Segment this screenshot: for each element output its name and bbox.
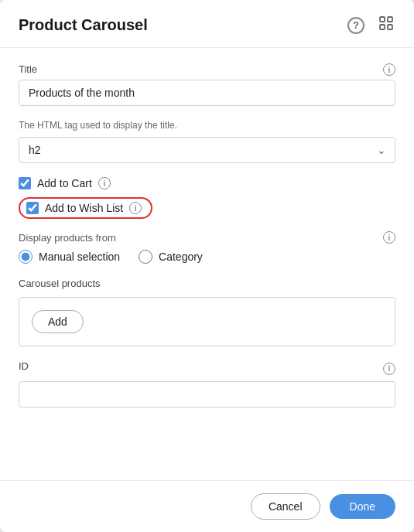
id-label: ID bbox=[19, 360, 29, 372]
html-tag-select[interactable]: h1 h2 h3 h4 h5 h6 p div bbox=[19, 137, 395, 163]
panel-body: Title i The HTML tag used to display the… bbox=[0, 48, 414, 480]
display-products-section: Display products from i Manual selection… bbox=[19, 231, 395, 264]
html-tag-helper: The HTML tag used to display the title. bbox=[19, 120, 395, 131]
category-row: Category bbox=[139, 250, 203, 264]
done-button[interactable]: Done bbox=[330, 494, 395, 519]
help-button[interactable]: ? bbox=[346, 15, 366, 36]
manual-selection-row: Manual selection bbox=[19, 250, 120, 264]
add-to-wish-list-checkbox[interactable] bbox=[26, 202, 39, 214]
id-field-section: ID i bbox=[19, 360, 395, 408]
add-to-wish-list-row: Add to Wish List i bbox=[19, 197, 395, 219]
cancel-button[interactable]: Cancel bbox=[251, 493, 320, 520]
panel-footer: Cancel Done bbox=[0, 480, 414, 532]
add-to-wish-list-label: Add to Wish List bbox=[45, 202, 123, 214]
wish-list-highlight: Add to Wish List i bbox=[19, 197, 152, 219]
header-icons: ? bbox=[346, 14, 395, 36]
product-carousel-panel: Product Carousel ? Title bbox=[0, 0, 414, 532]
title-info-icon: i bbox=[383, 63, 395, 76]
add-to-cart-info-icon: i bbox=[98, 177, 111, 189]
id-input[interactable] bbox=[19, 381, 395, 408]
carousel-products-section: Carousel products Add bbox=[19, 278, 395, 346]
manual-selection-label: Manual selection bbox=[39, 251, 120, 263]
panel-header: Product Carousel ? bbox=[0, 0, 414, 48]
title-label: Title bbox=[19, 63, 37, 75]
manual-selection-radio[interactable] bbox=[19, 250, 33, 264]
add-button[interactable]: Add bbox=[32, 310, 84, 333]
display-products-label: Display products from bbox=[19, 232, 116, 244]
add-to-cart-row: Add to Cart i bbox=[19, 177, 395, 189]
svg-rect-2 bbox=[380, 25, 385, 29]
svg-rect-0 bbox=[380, 17, 385, 22]
display-products-info-icon: i bbox=[383, 231, 395, 244]
add-to-cart-label: Add to Cart bbox=[37, 177, 92, 189]
panel-title: Product Carousel bbox=[19, 16, 148, 34]
category-radio[interactable] bbox=[139, 250, 152, 264]
radio-group: Manual selection Category bbox=[19, 250, 395, 264]
category-label: Category bbox=[159, 251, 203, 263]
add-to-cart-checkbox[interactable] bbox=[19, 177, 31, 189]
carousel-box: Add bbox=[19, 297, 395, 346]
id-info-icon: i bbox=[383, 363, 395, 375]
carousel-products-label: Carousel products bbox=[19, 278, 395, 289]
title-label-row: Title i bbox=[19, 63, 395, 80]
svg-rect-1 bbox=[388, 17, 392, 22]
add-to-wish-list-info-icon: i bbox=[129, 202, 142, 214]
html-tag-field-group: The HTML tag used to display the title. … bbox=[19, 120, 395, 163]
expand-icon bbox=[378, 15, 394, 35]
html-tag-select-wrapper: h1 h2 h3 h4 h5 h6 p div ⌄ bbox=[19, 137, 395, 163]
expand-button[interactable] bbox=[377, 14, 395, 36]
question-icon: ? bbox=[347, 17, 364, 34]
title-field-group: Title i bbox=[19, 63, 395, 106]
title-input[interactable] bbox=[19, 80, 395, 106]
svg-rect-3 bbox=[388, 25, 392, 29]
